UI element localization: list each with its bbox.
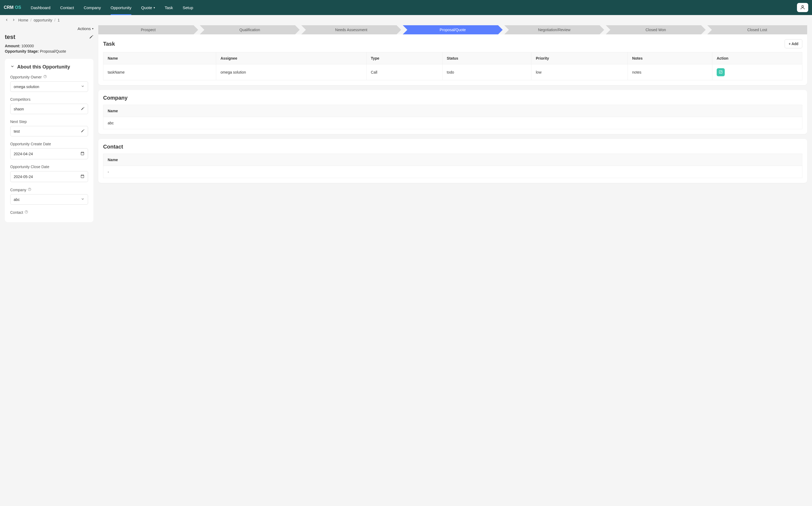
- edit-competitors-button[interactable]: [81, 107, 85, 111]
- company-table: Name abc: [103, 105, 802, 129]
- contact-row: -: [103, 166, 802, 178]
- nav-task[interactable]: Task: [160, 0, 178, 15]
- company-label: Company: [10, 188, 26, 192]
- help-icon[interactable]: [24, 210, 28, 215]
- stage-closed-lost[interactable]: Closed Lost: [707, 25, 807, 34]
- edit-next-step-button[interactable]: [81, 129, 85, 134]
- nav-setup[interactable]: Setup: [178, 0, 198, 15]
- profile-button[interactable]: [797, 3, 808, 12]
- company-col-name: Name: [103, 105, 802, 117]
- owner-select[interactable]: omega solution: [10, 81, 88, 92]
- nav-company[interactable]: Company: [79, 0, 106, 15]
- left-panel: Actions ▾ test Amount: 100000 Opportunit…: [5, 25, 93, 222]
- amount-value: 100000: [21, 44, 34, 48]
- next-step-input[interactable]: test: [10, 126, 88, 137]
- pencil-icon: [81, 129, 85, 134]
- calendar-icon: [80, 174, 85, 179]
- stage-proposal-quote[interactable]: Proposal/Quote: [403, 25, 503, 34]
- close-date-input[interactable]: 2024-05-24: [10, 171, 88, 182]
- task-section: Task + Add Name Assignee Type Status Pri…: [98, 34, 807, 85]
- task-col-action: Action: [712, 52, 802, 65]
- contact-section-title: Contact: [103, 144, 123, 150]
- edit-task-button[interactable]: [717, 68, 725, 76]
- nav-contact[interactable]: Contact: [55, 0, 79, 15]
- stage-closed-won[interactable]: Closed Won: [606, 25, 706, 34]
- next-step-label: Next Step: [10, 119, 26, 124]
- arrow-right-icon: [12, 18, 16, 22]
- contact-label: Contact: [10, 210, 23, 215]
- amount-label: Amount:: [5, 44, 20, 48]
- actions-dropdown[interactable]: Actions ▾: [78, 26, 93, 31]
- nav-opportunity[interactable]: Opportunity: [106, 0, 137, 15]
- forward-button[interactable]: [11, 18, 16, 22]
- breadcrumb-separator: /: [55, 18, 56, 22]
- stage-pipeline: Prospect Qualification Needs Assessment …: [98, 25, 807, 34]
- brand-crm-text: CRM: [4, 5, 13, 10]
- pencil-icon: [89, 35, 93, 40]
- right-panel: Prospect Qualification Needs Assessment …: [98, 25, 807, 222]
- svg-point-0: [802, 5, 804, 7]
- top-navigation: CRM OS Dashboard Contact Company Opportu…: [0, 0, 812, 15]
- help-icon[interactable]: [28, 187, 31, 192]
- company-row: abc: [103, 117, 802, 129]
- brand-os-text: OS: [15, 5, 21, 10]
- contact-col-name: Name: [103, 154, 802, 166]
- task-table: Name Assignee Type Status Priority Notes…: [103, 52, 802, 80]
- svg-rect-2: [81, 152, 84, 155]
- breadcrumb-id: 1: [58, 18, 60, 22]
- stage-prospect[interactable]: Prospect: [98, 25, 198, 34]
- back-button[interactable]: [4, 18, 9, 22]
- contact-section: Contact Name -: [98, 139, 807, 183]
- nav-dashboard[interactable]: Dashboard: [26, 0, 55, 15]
- task-col-type: Type: [367, 52, 443, 65]
- about-card: About this Opportunity Opportunity Owner…: [5, 59, 93, 222]
- company-section-title: Company: [103, 95, 127, 101]
- owner-label: Opportunity Owner: [10, 75, 42, 79]
- company-select[interactable]: abc: [10, 194, 88, 205]
- stage-label: Opportunity Stage:: [5, 49, 39, 54]
- add-task-button[interactable]: + Add: [785, 39, 802, 48]
- competitors-input[interactable]: shaon: [10, 104, 88, 114]
- nav-items: Dashboard Contact Company Opportunity Qu…: [26, 0, 198, 15]
- breadcrumb-home[interactable]: Home: [18, 18, 28, 22]
- nav-quote[interactable]: Quote ▾: [136, 0, 160, 15]
- stage-negotiation-review[interactable]: Negotiation/Review: [504, 25, 604, 34]
- task-row: taskName omega solution Call todo low no…: [103, 65, 802, 80]
- breadcrumb-bar: Home / opportunity / 1: [0, 15, 812, 25]
- create-date-input[interactable]: 2024-04-24: [10, 148, 88, 159]
- task-col-priority: Priority: [531, 52, 628, 65]
- stage-needs-assessment[interactable]: Needs Assessment: [301, 25, 401, 34]
- chevron-down-icon: [81, 197, 85, 202]
- breadcrumb-opportunity[interactable]: opportunity: [33, 18, 52, 22]
- arrow-left-icon: [5, 18, 9, 22]
- opportunity-title: test: [5, 33, 15, 40]
- company-section: Company Name abc: [98, 90, 807, 134]
- chevron-down-icon: [10, 64, 14, 70]
- task-col-assignee: Assignee: [216, 52, 367, 65]
- contact-table: Name -: [103, 154, 802, 178]
- task-col-notes: Notes: [628, 52, 712, 65]
- user-icon: [800, 5, 805, 11]
- edit-title-button[interactable]: [89, 35, 93, 40]
- pencil-icon: [81, 107, 85, 111]
- chevron-down-icon: [81, 84, 85, 89]
- caret-down-icon: ▾: [92, 27, 93, 30]
- chevron-down-icon: ▾: [154, 6, 155, 9]
- task-col-status: Status: [442, 52, 531, 65]
- edit-square-icon: [719, 70, 723, 75]
- stage-qualification[interactable]: Qualification: [200, 25, 300, 34]
- help-icon[interactable]: [43, 75, 47, 79]
- breadcrumb-separator: /: [30, 18, 31, 22]
- close-date-label: Opportunity Close Date: [10, 165, 50, 169]
- svg-rect-3: [81, 175, 84, 178]
- task-col-name: Name: [103, 52, 216, 65]
- about-header[interactable]: About this Opportunity: [10, 64, 88, 70]
- brand-logo[interactable]: CRM OS: [4, 5, 21, 10]
- calendar-icon: [80, 151, 85, 156]
- task-section-title: Task: [103, 41, 115, 47]
- create-date-label: Opportunity Create Date: [10, 142, 51, 146]
- stage-value: Proposal/Quote: [40, 49, 66, 54]
- competitors-label: Competitors: [10, 97, 30, 101]
